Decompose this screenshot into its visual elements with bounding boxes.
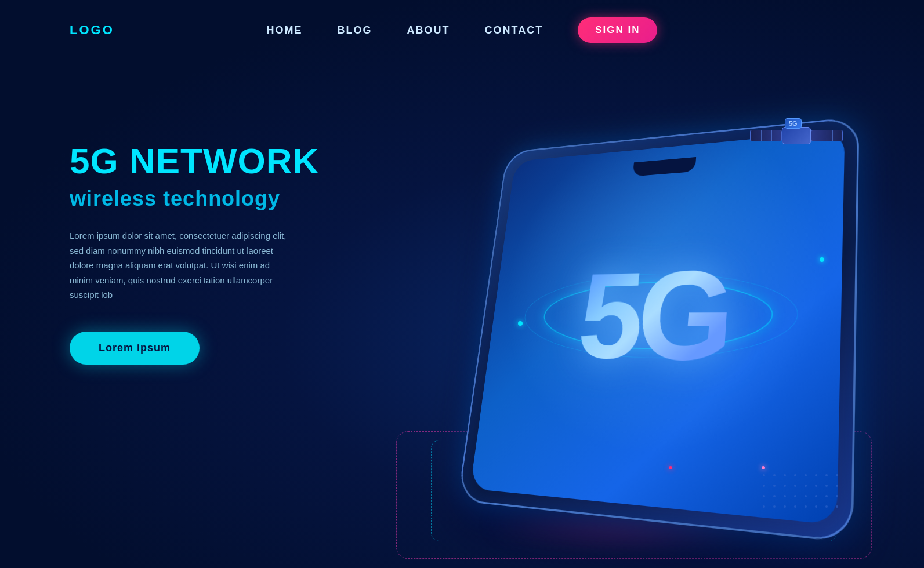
phone-notch [633, 157, 696, 177]
dot [784, 485, 786, 487]
dot [805, 495, 807, 497]
dot [794, 495, 796, 497]
nav-home[interactable]: HOME [267, 24, 303, 37]
left-content: 5G NETWORK wireless technology Lorem ips… [70, 95, 348, 365]
dot [763, 495, 765, 497]
hero-description: Lorem ipsum dolor sit amet, consectetuer… [70, 228, 290, 303]
dot [763, 474, 765, 476]
glow-dot-3 [820, 257, 824, 262]
dot [784, 495, 786, 497]
dot [825, 505, 828, 508]
main-content: 5G NETWORK wireless technology Lorem ips… [0, 60, 924, 559]
nav-blog[interactable]: BLOG [338, 24, 372, 37]
glow-dot-4 [762, 466, 765, 469]
cta-button[interactable]: Lorem ipsum [70, 332, 200, 365]
nav-contact[interactable]: CONTACT [485, 24, 543, 37]
hero-headline: 5G NETWORK [70, 141, 348, 181]
dot [836, 495, 838, 497]
dot [784, 474, 786, 476]
dot [836, 505, 838, 508]
satellite-panel-left [750, 130, 782, 141]
dot [773, 505, 776, 508]
dot [773, 474, 776, 476]
nav-about[interactable]: ABOUT [407, 24, 450, 37]
navbar: LOGO HOME BLOG ABOUT CONTACT SIGN IN [0, 0, 924, 60]
glow-dot-1 [518, 321, 523, 326]
dot [805, 485, 807, 487]
hero-subheadline: wireless technology [70, 187, 348, 211]
fiveg-display: 5G [574, 252, 733, 381]
satellite-panel-right [811, 130, 843, 141]
dot [825, 474, 828, 476]
dot [763, 505, 765, 508]
right-visual: 5G 5G [367, 72, 924, 568]
satellite-illustration: 5G [750, 118, 843, 153]
dot [794, 474, 796, 476]
satellite-body [782, 127, 811, 144]
logo[interactable]: LOGO [70, 23, 114, 38]
dot [773, 495, 776, 497]
dot [794, 485, 796, 487]
glow-dot-2 [669, 466, 672, 469]
dot [825, 495, 828, 497]
dot [815, 495, 817, 497]
dot [763, 485, 765, 487]
dot [805, 505, 807, 508]
nav-links: HOME BLOG ABOUT CONTACT [267, 24, 543, 37]
dot [836, 474, 838, 476]
dot [805, 474, 807, 476]
dot [815, 485, 817, 487]
signin-button[interactable]: SIGN IN [578, 17, 657, 43]
dot [825, 485, 828, 487]
dot [815, 505, 817, 508]
dot [784, 505, 786, 508]
satellite-badge: 5G [785, 118, 802, 129]
corner-dots-decoration: // Generate dots document.currentScript.… [763, 474, 843, 512]
dot [815, 474, 817, 476]
dot [794, 505, 796, 508]
dot [773, 485, 776, 487]
dot [836, 485, 838, 487]
phone-screen: 5G [470, 130, 845, 525]
